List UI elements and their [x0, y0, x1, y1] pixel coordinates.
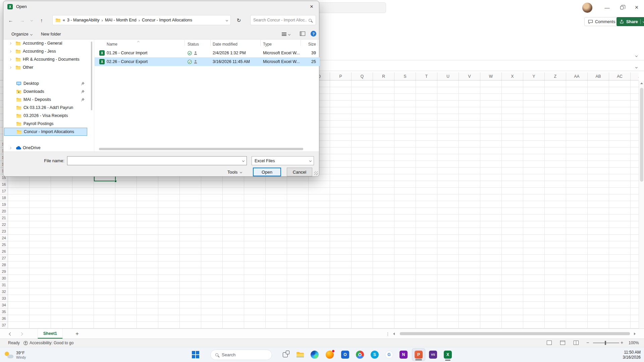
- start-button[interactable]: [189, 348, 202, 361]
- cancel-button[interactable]: Cancel: [287, 168, 312, 176]
- outlook-button[interactable]: O: [338, 348, 352, 361]
- row-header-24[interactable]: 24: [0, 235, 8, 241]
- history-dropdown-icon[interactable]: [31, 19, 33, 21]
- sidebar-item-downloads[interactable]: Downloads: [3, 87, 90, 96]
- sidebar-item-accounting-jess[interactable]: Accounting - Jess: [3, 47, 90, 55]
- profile-avatar[interactable]: [582, 3, 592, 13]
- sidebar-item-other[interactable]: Other: [3, 63, 90, 71]
- column-header-R[interactable]: R: [373, 72, 394, 80]
- sidebar-item-accounting-general[interactable]: Accounting - General: [3, 39, 90, 47]
- breadcrumb-item[interactable]: MAI - Month End: [105, 18, 137, 22]
- next-sheet-icon[interactable]: [20, 333, 23, 336]
- excel-taskbar-button[interactable]: X: [441, 348, 454, 361]
- taskbar-search[interactable]: Search: [210, 350, 272, 360]
- accessibility-status[interactable]: Accessibility: Good to go: [30, 341, 73, 345]
- row-header-18[interactable]: 18: [0, 194, 8, 201]
- column-header-AD[interactable]: AD: [631, 72, 639, 80]
- column-header-name[interactable]: Name: [107, 40, 117, 49]
- view-mode-button[interactable]: [279, 30, 293, 39]
- sidebar-item-concur-import-allocations[interactable]: Concur - Import Allocations: [4, 128, 87, 136]
- vertical-scroll-thumb[interactable]: [640, 88, 643, 182]
- refresh-button[interactable]: ↻: [234, 16, 244, 25]
- sidebar-item-hr-accounting-documents[interactable]: HR & Accounting - Documents: [3, 55, 90, 63]
- sidebar-scrollbar[interactable]: [91, 42, 92, 110]
- forward-button[interactable]: →: [17, 15, 27, 25]
- row-header-31[interactable]: 31: [0, 282, 8, 288]
- chevron-down-icon[interactable]: [307, 157, 314, 165]
- column-header-X[interactable]: X: [502, 72, 523, 80]
- open-button[interactable]: Open: [253, 168, 281, 176]
- dialog-search-box[interactable]: [250, 15, 316, 25]
- column-header-U[interactable]: U: [437, 72, 459, 80]
- sidebar-item-mai-deposits[interactable]: MAI - Deposits: [3, 96, 90, 104]
- dialog-close-button[interactable]: ×: [304, 1, 319, 12]
- column-header-V[interactable]: V: [459, 72, 480, 80]
- restore-button[interactable]: [614, 0, 629, 15]
- column-divider[interactable]: [210, 40, 211, 46]
- preview-pane-button[interactable]: [300, 32, 305, 37]
- row-header-16[interactable]: 16: [0, 181, 8, 188]
- page-break-view-icon[interactable]: [574, 341, 579, 345]
- ribbon-collapse-button[interactable]: [633, 53, 640, 58]
- chevron-down-icon[interactable]: [240, 157, 247, 165]
- add-sheet-button[interactable]: +: [72, 329, 82, 339]
- list-horizontal-scrollbar[interactable]: [99, 148, 303, 150]
- column-divider[interactable]: [184, 40, 185, 46]
- file-row[interactable]: 01.26 - Concur Import 2/4/2026 1:32 PM M…: [95, 49, 320, 57]
- file-name-input[interactable]: [67, 157, 240, 165]
- row-header-25[interactable]: 25: [0, 241, 8, 248]
- page-layout-view-icon[interactable]: [560, 341, 565, 345]
- column-header-Z[interactable]: Z: [545, 72, 566, 80]
- column-header-AB[interactable]: AB: [588, 72, 609, 80]
- breadcrumb-item[interactable]: 3 - ManageAbility: [67, 18, 100, 22]
- back-button[interactable]: ←: [6, 15, 15, 25]
- row-header-22[interactable]: 22: [0, 221, 8, 228]
- fill-handle[interactable]: [114, 180, 117, 182]
- column-header-type[interactable]: Type: [263, 40, 272, 49]
- close-window-button[interactable]: ×: [629, 0, 644, 15]
- expand-icon[interactable]: [9, 146, 11, 149]
- expand-icon[interactable]: [9, 58, 11, 60]
- file-explorer-button[interactable]: [293, 348, 307, 361]
- expand-icon[interactable]: [9, 42, 11, 44]
- zoom-in-button[interactable]: +: [621, 340, 623, 345]
- up-button[interactable]: ↑: [37, 15, 46, 25]
- column-header-status[interactable]: Status: [187, 40, 199, 49]
- resize-grip[interactable]: [314, 171, 318, 175]
- zoom-level[interactable]: 100%: [629, 341, 639, 345]
- row-header-30[interactable]: 30: [0, 275, 8, 282]
- new-folder-button[interactable]: New folder: [38, 30, 64, 39]
- file-type-combo[interactable]: Excel Files: [252, 156, 314, 165]
- column-divider[interactable]: [301, 40, 301, 46]
- row-header-37[interactable]: 37: [0, 322, 8, 328]
- dialog-search-input[interactable]: [251, 18, 309, 22]
- sidebar-item-ck-addl-payrun[interactable]: Ck 03.13.26 - Add'l Payrun: [3, 104, 90, 112]
- zoom-slider-track[interactable]: [593, 343, 619, 343]
- formula-bar-expand-button[interactable]: [633, 64, 640, 70]
- visual-studio-button[interactable]: VS: [426, 348, 440, 361]
- edge-button[interactable]: [308, 348, 321, 361]
- tools-button[interactable]: Tools: [225, 168, 245, 176]
- firefox-button[interactable]: [323, 348, 336, 361]
- column-header-W[interactable]: W: [480, 72, 502, 80]
- sidebar-item-visa-receipts[interactable]: 03.2026 - Visa Receipts: [3, 112, 90, 120]
- google-button[interactable]: G: [382, 348, 396, 361]
- column-header-Y[interactable]: Y: [523, 72, 545, 80]
- row-header-33[interactable]: 33: [0, 295, 8, 302]
- breadcrumb[interactable]: « 3 - ManageAbility › MAI - Month End › …: [52, 15, 231, 25]
- vertical-scrollbar[interactable]: [639, 80, 644, 339]
- sidebar-item-onedrive[interactable]: OneDrive: [3, 144, 90, 152]
- sidebar-item-desktop[interactable]: Desktop: [3, 79, 90, 87]
- column-header-P[interactable]: P: [330, 72, 352, 80]
- hscroll-right-icon[interactable]: [634, 333, 636, 335]
- column-header-S[interactable]: S: [394, 72, 416, 80]
- chrome-button[interactable]: [353, 348, 367, 361]
- row-header-35[interactable]: 35: [0, 308, 8, 315]
- row-header-27[interactable]: 27: [0, 255, 8, 261]
- row-header-23[interactable]: 23: [0, 228, 8, 235]
- row-header-26[interactable]: 26: [0, 248, 8, 255]
- normal-view-icon[interactable]: [547, 341, 552, 345]
- column-header-AC[interactable]: AC: [609, 72, 631, 80]
- row-header-34[interactable]: 34: [0, 302, 8, 308]
- task-view-button[interactable]: [278, 348, 292, 361]
